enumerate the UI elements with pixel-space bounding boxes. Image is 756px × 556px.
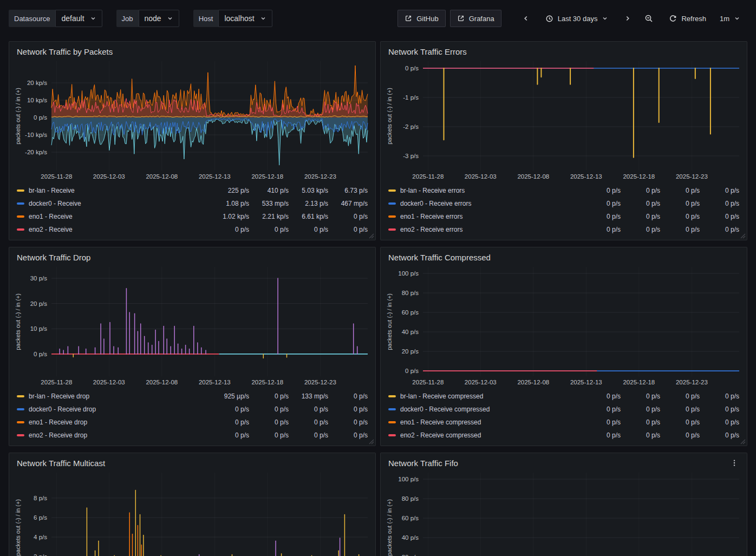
- clock-icon: [545, 15, 553, 23]
- legend-row[interactable]: eno2 - Receive drop0 p/s0 p/s0 p/s0 p/s: [17, 429, 368, 442]
- series-value: 2.13 p/s: [289, 200, 328, 207]
- y-axis-ticks: 100 p/s80 p/s60 p/s40 p/s20 p/s0 p/s: [394, 267, 423, 376]
- panel-resize-handle[interactable]: [740, 233, 746, 239]
- variable-label-datasource: Datasource: [9, 10, 55, 27]
- legend-row[interactable]: eno2 - Receive errors0 p/s0 p/s0 p/s0 p/…: [388, 223, 739, 236]
- legend-row[interactable]: eno1 - Receive1.02 kp/s2.21 kp/s6.61 kp/…: [17, 210, 368, 223]
- zoom-out-button[interactable]: [640, 10, 657, 27]
- series-label[interactable]: docker0 - Receive: [29, 200, 210, 207]
- plot-area[interactable]: [423, 267, 739, 376]
- x-tick-label: 2025-12-23: [304, 173, 336, 180]
- legend-row[interactable]: br-lan - Receive225 p/s410 p/s5.03 kp/s6…: [17, 184, 368, 197]
- panel-menu-button[interactable]: [729, 458, 739, 468]
- legend-row[interactable]: docker0 - Receive compressed0 p/s0 p/s0 …: [388, 403, 739, 416]
- series-label[interactable]: br-lan - Receive drop: [29, 393, 210, 400]
- series-value: 0 p/s: [249, 418, 289, 426]
- legend-row[interactable]: br-lan - Receive compressed0 p/s0 p/s0 p…: [388, 390, 739, 403]
- variable-datasource: Datasource default: [9, 10, 102, 27]
- panel: Network Traffic Drop packets out (-) / i…: [9, 247, 376, 446]
- chart-area: packets out (-) / in (+) 20 kp/s10 kp/s0…: [9, 60, 375, 182]
- legend-row[interactable]: br-lan - Receive drop925 µp/s0 p/s133 mp…: [17, 390, 368, 403]
- series-value: 0 p/s: [328, 431, 368, 439]
- refresh-interval-dropdown[interactable]: 1m: [713, 10, 747, 27]
- chevron-down-icon: [602, 15, 608, 22]
- series-value: 0 p/s: [581, 405, 621, 413]
- series-label[interactable]: br-lan - Receive: [29, 187, 210, 194]
- variable-value-job[interactable]: node: [139, 10, 179, 27]
- legend-row[interactable]: docker0 - Receive1.08 p/s533 mp/s2.13 p/…: [17, 197, 368, 210]
- time-shift-forward-button[interactable]: [620, 10, 636, 27]
- panel-header[interactable]: Network Traffic Fifo: [381, 453, 747, 472]
- y-tick-label: 10 p/s: [30, 325, 47, 332]
- panel-header[interactable]: Network Traffic Multicast: [9, 453, 375, 472]
- legend-row[interactable]: enp1s0f0 - Receive errors0 p/s0 p/s0 p/s…: [388, 236, 739, 239]
- series-label[interactable]: eno1 - Receive compressed: [400, 418, 581, 426]
- y-tick-label: -10 kp/s: [25, 132, 47, 138]
- series-label[interactable]: eno2 - Receive drop: [29, 431, 210, 439]
- series-label[interactable]: br-lan - Receive compressed: [400, 393, 581, 400]
- series-label[interactable]: docker0 - Receive errors: [400, 200, 581, 207]
- series-value: 0 p/s: [700, 213, 739, 220]
- legend-row[interactable]: docker0 - Receive errors0 p/s0 p/s0 p/s0…: [388, 197, 739, 210]
- legend-row[interactable]: eno2 - Receive0 p/s0 p/s0 p/s0 p/s: [17, 223, 368, 236]
- legend-row[interactable]: enp1s0f0 - Receive drop0 p/s0 p/s0 p/s0 …: [17, 442, 368, 444]
- legend-row[interactable]: br-lan - Receive errors0 p/s0 p/s0 p/s0 …: [388, 184, 739, 197]
- y-axis-label: packets out (-) / in (+): [14, 61, 22, 171]
- plot-area[interactable]: [51, 473, 368, 556]
- y-tick-label: -2 p/s: [403, 123, 419, 130]
- plot-area[interactable]: [423, 473, 739, 556]
- series-value: 1.02 kp/s: [210, 213, 249, 220]
- series-label[interactable]: eno1 - Receive drop: [29, 418, 210, 426]
- external-link-icon: [405, 15, 412, 22]
- series-label[interactable]: br-lan - Receive errors: [400, 187, 581, 194]
- plot-wrap: 2025-11-282025-12-032025-12-082025-12-13…: [51, 61, 368, 182]
- plot-area[interactable]: [423, 61, 739, 171]
- variable-selected-value: localhost: [224, 14, 254, 23]
- series-label[interactable]: docker0 - Receive compressed: [400, 405, 581, 413]
- y-tick-label: 80 p/s: [402, 290, 419, 296]
- series-value: 0 p/s: [660, 226, 700, 233]
- panel-header[interactable]: Network Traffic Errors: [381, 42, 747, 60]
- x-tick-label: 2025-11-28: [41, 173, 72, 180]
- time-range-picker-button[interactable]: Last 30 days: [538, 10, 616, 27]
- legend-row[interactable]: eno1 - Receive compressed0 p/s0 p/s0 p/s…: [388, 416, 739, 429]
- refresh-button[interactable]: Refresh: [662, 10, 713, 27]
- grafana-link-button[interactable]: Grafana: [450, 10, 501, 27]
- panel-resize-handle[interactable]: [369, 439, 374, 444]
- series-label[interactable]: eno1 - Receive: [29, 213, 210, 220]
- series-label[interactable]: eno1 - Receive errors: [400, 213, 581, 220]
- series-label[interactable]: eno2 - Receive errors: [400, 226, 581, 233]
- legend-row[interactable]: eno1 - Receive errors0 p/s0 p/s0 p/s0 p/…: [388, 210, 739, 223]
- chevron-down-icon: [167, 15, 173, 22]
- y-tick-label: 100 p/s: [398, 270, 419, 277]
- series-value: 0 p/s: [621, 213, 660, 220]
- plot-area[interactable]: [51, 61, 368, 171]
- legend-row[interactable]: enp1s0f0 - Receive0 p/s0 p/s0 p/s0 p/s: [17, 236, 368, 239]
- legend-row[interactable]: eno2 - Receive compressed0 p/s0 p/s0 p/s…: [388, 429, 739, 442]
- series-value: 0 p/s: [621, 200, 660, 207]
- variable-value-datasource[interactable]: default: [55, 10, 102, 27]
- series-label[interactable]: eno2 - Receive compressed: [400, 431, 581, 439]
- series-label[interactable]: eno2 - Receive: [29, 226, 210, 233]
- legend-row[interactable]: docker0 - Receive drop0 p/s0 p/s0 p/s0 p…: [17, 403, 368, 416]
- variable-value-host[interactable]: localhost: [218, 10, 272, 27]
- panel-header[interactable]: Network Traffic by Packets: [9, 42, 375, 60]
- y-axis-label: packets out (-) / in (+): [14, 473, 22, 556]
- panel-resize-handle[interactable]: [369, 233, 374, 239]
- github-link-button[interactable]: GitHub: [397, 10, 445, 27]
- series-value: 0 p/s: [581, 187, 621, 194]
- legend: br-lan - Receive compressed0 p/s0 p/s0 p…: [381, 388, 747, 444]
- series-value: 133 mp/s: [289, 393, 328, 400]
- series-value: 0 p/s: [581, 418, 621, 426]
- plot-area[interactable]: [51, 267, 368, 376]
- legend-row[interactable]: enp1s0f0 - Receive compressed0 p/s0 p/s0…: [388, 442, 739, 444]
- series-label[interactable]: docker0 - Receive drop: [29, 405, 210, 413]
- panel-header[interactable]: Network Traffic Drop: [9, 247, 375, 266]
- panel-header[interactable]: Network Traffic Compressed: [381, 247, 747, 266]
- grafana-link-label: Grafana: [469, 15, 494, 23]
- x-tick-label: 2025-12-18: [623, 173, 655, 180]
- panel-resize-handle[interactable]: [740, 439, 746, 444]
- y-axis-label: packets out (-) / in (+): [385, 473, 394, 556]
- legend-row[interactable]: eno1 - Receive drop0 p/s0 p/s0 p/s0 p/s: [17, 416, 368, 429]
- time-shift-back-button[interactable]: [518, 10, 534, 27]
